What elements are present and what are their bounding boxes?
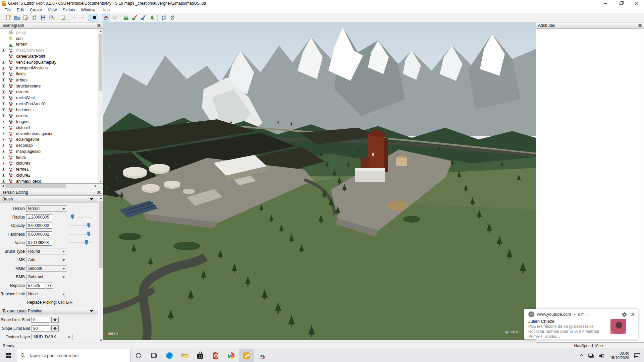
start-button[interactable] bbox=[0, 349, 16, 362]
undo-button[interactable] bbox=[70, 14, 78, 21]
attributes-close-icon[interactable] bbox=[638, 24, 642, 27]
expand-icon[interactable] bbox=[2, 72, 5, 75]
opacity-slider[interactable] bbox=[69, 223, 92, 229]
taskbar-app-giants-editor[interactable] bbox=[239, 349, 254, 362]
task-view-button[interactable] bbox=[146, 349, 162, 362]
menu-create[interactable]: Create bbox=[27, 7, 45, 13]
reload-scripts-button[interactable] bbox=[168, 14, 176, 21]
new-file-button[interactable] bbox=[4, 14, 12, 21]
expand-icon[interactable] bbox=[2, 108, 5, 111]
tree-item-eclairageville[interactable]: eclairageville bbox=[0, 137, 98, 143]
hardness-slider[interactable] bbox=[69, 231, 92, 237]
terrain-editing-close-icon[interactable] bbox=[97, 191, 101, 194]
tree-item-fields[interactable]: fields bbox=[0, 71, 98, 77]
expand-icon[interactable] bbox=[2, 102, 5, 105]
mmb-select[interactable]: Smooth bbox=[26, 265, 67, 272]
hardness-input[interactable]: 0.60000002 bbox=[26, 231, 52, 237]
tree-item-transportMissions[interactable]: transportMissions bbox=[0, 65, 98, 71]
brush-type-select[interactable]: Round bbox=[26, 248, 67, 254]
expand-icon[interactable] bbox=[2, 168, 5, 171]
network-button[interactable] bbox=[586, 349, 596, 362]
terrain-paint-button[interactable] bbox=[130, 14, 139, 21]
tree-item-rocksPortArea01[interactable]: rocksPortArea01 bbox=[0, 101, 98, 107]
tree-item-cloture2[interactable]: cloture2 bbox=[0, 172, 98, 178]
slope-limit-end-input[interactable]: 90 bbox=[32, 325, 50, 331]
tree-item-fleurs[interactable]: fleurs bbox=[0, 155, 98, 161]
tree-item-triggers[interactable]: triggers bbox=[0, 119, 98, 125]
expand-icon[interactable] bbox=[2, 120, 5, 123]
taskbar-app-explorer[interactable] bbox=[177, 349, 193, 362]
tree-item-rocksWest[interactable]: rocksWest bbox=[0, 95, 98, 101]
tree-item-terrain[interactable]: terrain bbox=[0, 42, 98, 48]
scenegraph-scrollbar[interactable] bbox=[98, 29, 103, 184]
tree-item-persp[interactable]: persp bbox=[0, 29, 98, 36]
home-tool-button[interactable] bbox=[102, 14, 110, 21]
scenegraph-close-icon[interactable] bbox=[97, 24, 101, 27]
expand-icon[interactable] bbox=[2, 150, 5, 153]
expand-icon[interactable] bbox=[2, 78, 5, 81]
radius-slider[interactable] bbox=[69, 214, 92, 220]
tree-item-careerStartPoint[interactable]: careerStartPoint bbox=[0, 53, 98, 59]
foliage-paint-button[interactable] bbox=[139, 14, 147, 21]
expand-icon[interactable] bbox=[2, 132, 5, 135]
terrain-sculpt-button[interactable] bbox=[122, 14, 130, 21]
tree-item-arbres[interactable]: arbres bbox=[0, 77, 98, 83]
tree-item-usines[interactable]: usines bbox=[0, 113, 98, 119]
script-editor-button[interactable] bbox=[21, 14, 30, 21]
tree-item-mapBoundaries[interactable]: mapBoundaries bbox=[0, 47, 98, 53]
expand-icon[interactable] bbox=[2, 114, 5, 117]
tree-item-rivieres[interactable]: rivieres bbox=[0, 89, 98, 95]
scenegraph-hscrollbar[interactable] bbox=[0, 184, 103, 188]
replace-limit-select[interactable]: None bbox=[26, 291, 67, 297]
opacity-input[interactable]: 0.60000002 bbox=[26, 223, 52, 229]
save-plus-button[interactable] bbox=[48, 14, 56, 21]
menu-file[interactable]: File bbox=[1, 7, 14, 13]
texture-layer-select[interactable]: MUD_DARK bbox=[32, 334, 72, 340]
menu-edit[interactable]: Edit bbox=[14, 7, 27, 13]
expand-icon[interactable] bbox=[2, 144, 5, 147]
menu-view[interactable]: View bbox=[45, 7, 60, 13]
taskbar-search[interactable]: Taper ici pour rechercher bbox=[16, 349, 131, 362]
chevron-up-icon[interactable] bbox=[586, 313, 590, 316]
slope-limit-start-input[interactable]: 0 bbox=[32, 317, 50, 323]
expand-icon[interactable] bbox=[2, 174, 5, 177]
redo-button[interactable] bbox=[78, 14, 87, 21]
close-button[interactable] bbox=[629, 0, 644, 7]
radius-input[interactable]: 1.20000005 bbox=[26, 214, 52, 220]
tree-brush-button[interactable] bbox=[148, 14, 156, 21]
taskbar-app-edge[interactable] bbox=[162, 349, 177, 362]
expand-icon[interactable] bbox=[2, 49, 5, 52]
gear-icon[interactable] bbox=[622, 312, 627, 317]
expand-icon[interactable] bbox=[2, 180, 5, 183]
tree-item-ferme1[interactable]: ferme1 bbox=[0, 166, 98, 172]
tree-item-cloture1[interactable]: cloture1 bbox=[0, 125, 98, 131]
tree-item-decomap[interactable]: decomap bbox=[0, 142, 98, 148]
taskbar-app-store[interactable] bbox=[193, 349, 208, 362]
tree-item-batiments[interactable]: batiments bbox=[0, 107, 98, 113]
minimize-button[interactable] bbox=[598, 0, 613, 7]
volume-button[interactable] bbox=[596, 349, 607, 362]
save-button[interactable] bbox=[39, 14, 47, 21]
lmb-select[interactable]: Add bbox=[26, 257, 67, 263]
expand-icon[interactable] bbox=[2, 67, 5, 70]
viewport-3d[interactable]: persp 50 FPS bbox=[103, 22, 536, 340]
open-folder-button[interactable] bbox=[13, 14, 21, 21]
tree-item-vehicleShopGameplay[interactable]: vehicleShopGameplay bbox=[0, 59, 98, 65]
magnet-tool-button[interactable] bbox=[111, 14, 119, 21]
tree-item-marquagessol[interactable]: marquagessol bbox=[0, 148, 98, 155]
expand-icon[interactable] bbox=[2, 138, 5, 141]
tree-item-sun[interactable]: sun bbox=[0, 36, 98, 42]
select-tool-button[interactable] bbox=[90, 14, 98, 21]
action-center-button[interactable] bbox=[632, 349, 644, 362]
rmb-select[interactable]: Subtract bbox=[26, 274, 67, 280]
close-icon[interactable] bbox=[631, 313, 635, 316]
tray-clock[interactable]: 08:40 15/10/2020 bbox=[607, 351, 632, 360]
tree-item-structurecarte[interactable]: structurecarte bbox=[0, 83, 98, 89]
import-plus-button[interactable] bbox=[59, 14, 67, 21]
value-input[interactable]: 0.51136398 bbox=[26, 240, 52, 246]
menu-help[interactable]: Help bbox=[98, 7, 113, 13]
cortana-button[interactable] bbox=[131, 349, 146, 362]
spinner-control[interactable] bbox=[51, 325, 59, 331]
expand-icon[interactable] bbox=[2, 162, 5, 165]
refresh-button[interactable] bbox=[30, 14, 38, 21]
